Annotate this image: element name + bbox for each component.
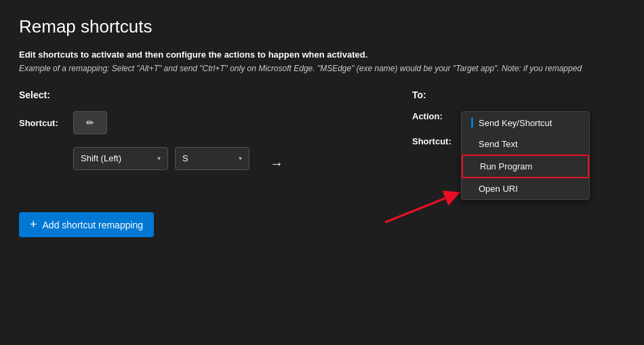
shortcut-label: Shortcut: bbox=[19, 118, 66, 128]
menu-item-label: Run Program bbox=[480, 161, 532, 171]
plus-icon: + bbox=[30, 218, 37, 232]
description-text: Edit shortcuts to activate and then conf… bbox=[19, 49, 625, 60]
menu-item-label: Send Key/Shortcut bbox=[479, 118, 552, 128]
menu-item-label: Send Text bbox=[479, 139, 518, 149]
menu-item-send-text[interactable]: Send Text bbox=[462, 134, 589, 155]
add-button-label: Add shortcut remapping bbox=[43, 220, 144, 230]
menu-item-label: Open URI bbox=[479, 184, 518, 194]
action-row: Action: Send Key/Shortcut Send Text bbox=[412, 111, 625, 121]
select-column: Select: Shortcut: ✏ Shift (Left) ▾ S ▾ bbox=[19, 89, 399, 171]
columns-container: Select: Shortcut: ✏ Shift (Left) ▾ S ▾ bbox=[19, 89, 625, 171]
menu-item-run-program[interactable]: Run Program bbox=[462, 155, 589, 178]
chevron-down-icon: ▾ bbox=[157, 155, 161, 162]
action-label: Action: bbox=[412, 111, 453, 121]
dropdowns-row: Shift (Left) ▾ S ▾ bbox=[73, 147, 249, 170]
to-action-container: Action: Send Key/Shortcut Send Text bbox=[412, 111, 625, 153]
shift-value: Shift (Left) bbox=[81, 153, 121, 163]
menu-item-open-uri[interactable]: Open URI bbox=[462, 178, 589, 199]
shortcut-row: Shortcut: ✏ bbox=[19, 111, 399, 134]
shift-dropdown[interactable]: Shift (Left) ▾ bbox=[73, 147, 168, 170]
key-value: S bbox=[182, 153, 188, 163]
page-title: Remap shortcuts bbox=[19, 16, 625, 37]
shortcut-to-label: Shortcut: bbox=[412, 136, 453, 146]
to-label: To: bbox=[412, 89, 625, 100]
remap-shortcuts-page: Remap shortcuts Edit shortcuts to activa… bbox=[0, 0, 644, 253]
add-shortcut-button[interactable]: + Add shortcut remapping bbox=[19, 212, 154, 237]
dropdowns-and-arrow: Shift (Left) ▾ S ▾ → bbox=[19, 145, 399, 171]
action-dropdown-menu: Send Key/Shortcut Send Text Run Program bbox=[461, 111, 590, 200]
example-text: Example of a remapping: Select "Alt+T" a… bbox=[19, 64, 625, 73]
edit-shortcut-button[interactable]: ✏ bbox=[73, 111, 107, 134]
selected-indicator bbox=[471, 117, 473, 128]
select-label: Select: bbox=[19, 89, 399, 100]
pencil-icon: ✏ bbox=[86, 117, 94, 128]
chevron-down-icon-2: ▾ bbox=[239, 155, 242, 162]
mapping-arrow: → bbox=[270, 156, 283, 171]
to-column: To: Action: Send Key/Shortcut Send Text bbox=[399, 89, 625, 153]
annotation-arrow bbox=[371, 182, 466, 229]
menu-item-send-key[interactable]: Send Key/Shortcut bbox=[462, 112, 589, 134]
key-dropdown[interactable]: S ▾ bbox=[175, 147, 249, 170]
